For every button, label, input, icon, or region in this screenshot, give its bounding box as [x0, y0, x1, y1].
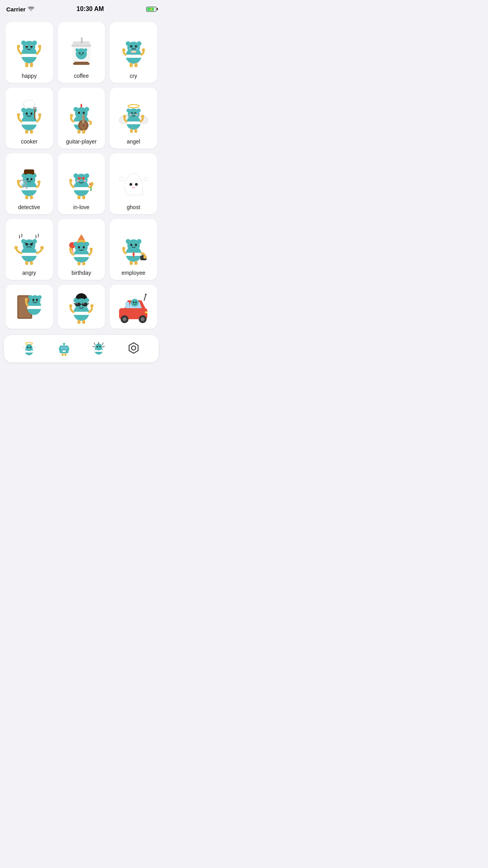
svg-rect-215: [61, 347, 64, 349]
svg-rect-221: [64, 353, 66, 356]
svg-point-191: [90, 304, 94, 307]
sticker-detective[interactable]: detective: [6, 153, 53, 214]
svg-rect-50: [33, 107, 37, 109]
cry-image: [116, 34, 151, 70]
bottom-icon-settings[interactable]: [124, 339, 143, 359]
svg-point-84: [141, 115, 144, 118]
sticker-cry[interactable]: cry: [110, 22, 157, 83]
bottom-icon-angel[interactable]: [19, 339, 39, 359]
svg-point-109: [76, 180, 79, 182]
svg-rect-216: [64, 347, 67, 349]
ghost-svg: [116, 166, 151, 201]
svg-rect-71: [77, 130, 81, 134]
svg-point-226: [95, 344, 102, 351]
birthday-svg: [64, 231, 99, 267]
svg-point-81: [129, 114, 132, 116]
sticker-cooker[interactable]: cooker: [6, 88, 53, 149]
svg-point-176: [36, 299, 38, 301]
sticker-coffee[interactable]: coffee: [58, 22, 105, 83]
svg-point-95: [20, 181, 25, 186]
sticker-cool[interactable]: [58, 285, 105, 329]
in-love-svg: [64, 166, 99, 201]
svg-point-108: [84, 173, 89, 178]
svg-point-222: [63, 343, 65, 345]
svg-point-73: [128, 105, 139, 108]
cooker-label: cooker: [21, 138, 37, 145]
svg-point-190: [69, 304, 72, 307]
svg-point-181: [73, 298, 78, 303]
bottom-icon-robot[interactable]: [54, 339, 74, 359]
svg-rect-219: [68, 348, 69, 350]
svg-point-70: [70, 114, 73, 117]
sticker-car[interactable]: [110, 285, 157, 329]
sticker-door[interactable]: [6, 285, 53, 329]
svg-rect-166: [134, 261, 138, 265]
svg-point-212: [27, 347, 29, 348]
happy-label: happy: [22, 73, 37, 79]
sticker-birthday[interactable]: birthday: [58, 219, 105, 280]
settings-hex-icon: [125, 340, 142, 357]
svg-point-228: [99, 346, 101, 348]
car-svg: [116, 289, 151, 325]
svg-point-163: [122, 247, 125, 250]
svg-line-206: [144, 295, 146, 300]
in-love-label: in-love: [73, 204, 89, 210]
bottom-toolbar: [4, 335, 159, 362]
svg-point-32: [136, 48, 138, 50]
svg-marker-136: [78, 234, 85, 240]
carrier-wifi: Carrier: [6, 6, 34, 13]
svg-rect-184: [82, 303, 87, 306]
svg-rect-150: [82, 262, 85, 265]
svg-rect-38: [130, 63, 133, 67]
svg-point-36: [122, 48, 125, 51]
svg-point-37: [142, 48, 145, 51]
svg-line-231: [102, 343, 103, 345]
sticker-employee[interactable]: employee: [110, 219, 157, 280]
cool-image: [64, 289, 99, 325]
svg-point-41: [24, 100, 35, 108]
svg-point-146: [83, 246, 84, 248]
svg-point-131: [15, 246, 18, 250]
guitar-player-image: [64, 100, 99, 135]
sticker-angel[interactable]: angel: [110, 88, 157, 149]
coffee-label: coffee: [74, 73, 89, 79]
svg-point-61: [78, 112, 80, 114]
svg-point-45: [21, 108, 26, 112]
svg-point-80: [137, 108, 141, 112]
cry-svg: [116, 34, 151, 70]
svg-point-155: [126, 239, 130, 244]
sticker-guitar-player[interactable]: guitar-player: [58, 88, 105, 149]
ghost-image: [116, 166, 151, 201]
svg-rect-105: [73, 187, 89, 190]
coffee-svg: [64, 34, 99, 70]
svg-point-59: [73, 107, 78, 112]
cooker-image: [11, 100, 47, 135]
svg-point-110: [83, 180, 86, 182]
svg-point-156: [137, 239, 141, 244]
svg-rect-102: [25, 195, 28, 199]
svg-point-83: [123, 115, 126, 118]
angry-label: angry: [22, 270, 36, 276]
sticker-ghost[interactable]: ghost: [110, 153, 157, 214]
svg-point-132: [40, 246, 44, 250]
svg-point-79: [127, 108, 130, 112]
svg-point-164: [143, 256, 147, 259]
svg-rect-39: [134, 63, 138, 67]
svg-rect-33: [131, 51, 136, 53]
sticker-angry[interactable]: angry: [6, 219, 53, 280]
svg-rect-21: [73, 63, 90, 65]
sticker-happy[interactable]: happy: [6, 22, 53, 83]
svg-rect-179: [73, 312, 89, 315]
svg-point-3: [21, 40, 26, 45]
sticker-in-love[interactable]: in-love: [58, 153, 105, 214]
svg-point-16: [75, 48, 79, 51]
svg-point-14: [79, 52, 81, 54]
bottom-icon-chaos[interactable]: [89, 339, 108, 359]
svg-point-82: [135, 114, 138, 116]
angry-svg: [11, 231, 47, 267]
sticker-grid: happy: [0, 17, 163, 333]
svg-rect-149: [77, 262, 81, 265]
svg-point-189: [83, 303, 84, 304]
svg-marker-234: [129, 343, 138, 353]
ghost-label: ghost: [127, 204, 140, 210]
